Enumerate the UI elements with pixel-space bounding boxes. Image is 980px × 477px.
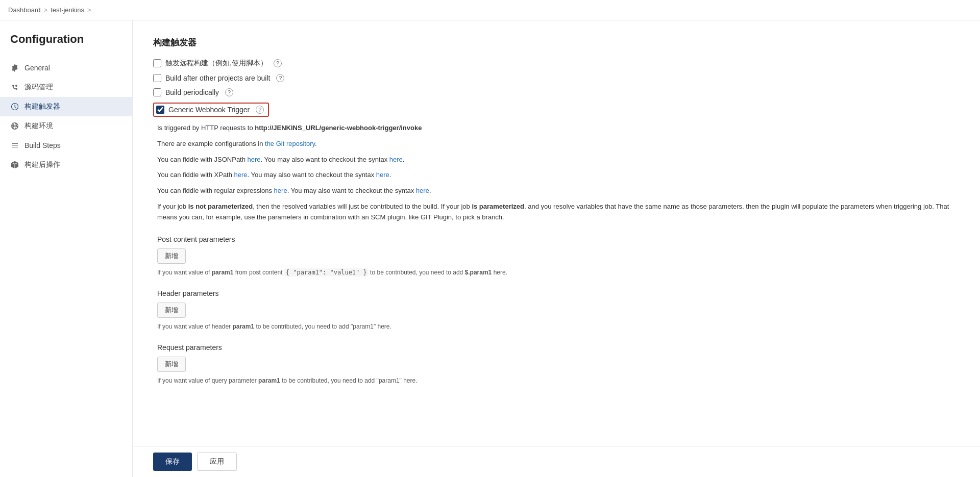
git-repo-link[interactable]: the Git repository: [265, 140, 315, 147]
list-icon: [10, 141, 19, 150]
trigger-after-help[interactable]: ?: [276, 74, 284, 82]
breadcrumb-project[interactable]: test-jenkins: [51, 6, 84, 14]
main-content: 构建触发器 触发远程构建（例如,使用脚本） ? Build after othe…: [133, 20, 980, 477]
trigger-webhook-help[interactable]: ?: [256, 106, 264, 114]
trigger-remote-help[interactable]: ?: [274, 59, 282, 67]
webhook-line1: Is triggered by HTTP requests to http://…: [157, 123, 960, 134]
trigger-after-label[interactable]: Build after other projects are built: [165, 74, 270, 82]
webhook-line4: You can fiddle with XPath here. You may …: [157, 170, 960, 181]
trigger-remote: 触发远程构建（例如,使用脚本） ?: [153, 59, 960, 68]
xpath-link1[interactable]: here: [234, 171, 248, 179]
trigger-periodic-label[interactable]: Build periodically: [165, 88, 219, 96]
header-params-title: Header parameters: [157, 289, 960, 297]
globe-icon: [10, 121, 19, 131]
webhook-content: Is triggered by HTTP requests to http://…: [153, 123, 960, 385]
breadcrumb-dashboard[interactable]: Dashboard: [8, 6, 41, 14]
box-icon: [10, 160, 19, 169]
post-content-code: { "param1": "value1" }: [284, 268, 369, 277]
sidebar-item-steps-label: Build Steps: [24, 141, 61, 149]
svg-point-1: [12, 85, 14, 87]
request-params-title: Request parameters: [157, 343, 960, 352]
post-content-title: Post content parameters: [157, 235, 960, 243]
sidebar-item-post[interactable]: 构建后操作: [0, 155, 132, 174]
trigger-after-checkbox[interactable]: [153, 74, 161, 82]
svg-point-2: [15, 85, 17, 87]
webhook-line2: There are example configurations in the …: [157, 139, 960, 149]
trigger-periodic-help[interactable]: ?: [225, 88, 233, 96]
topbar: Dashboard > test-jenkins >: [0, 0, 980, 20]
sidebar-item-post-label: 构建后操作: [24, 160, 60, 169]
sidebar-item-general[interactable]: General: [0, 58, 132, 78]
trigger-after-other: Build after other projects are built ?: [153, 74, 960, 82]
section-title: 构建触发器: [153, 37, 960, 48]
svg-point-0: [15, 88, 17, 90]
sidebar-item-triggers-label: 构建触发器: [24, 102, 60, 111]
sidebar-item-general-label: General: [24, 64, 50, 72]
gear-icon: [10, 63, 19, 72]
header-params-add-btn[interactable]: 新增: [157, 303, 186, 318]
breadcrumb-sep1: >: [44, 6, 48, 14]
trigger-remote-checkbox[interactable]: [153, 59, 161, 67]
sidebar-item-env[interactable]: 构建环境: [0, 116, 132, 136]
trigger-webhook-checkbox[interactable]: [156, 106, 164, 114]
sidebar-item-env-label: 构建环境: [24, 121, 53, 131]
xpath-link2[interactable]: here: [376, 171, 389, 179]
jsonpath-link1[interactable]: here: [248, 156, 261, 163]
trigger-webhook-row: Generic Webhook Trigger ?: [153, 103, 269, 117]
action-bar: 保存 应用: [133, 446, 980, 477]
regex-link2[interactable]: here: [416, 187, 429, 194]
sidebar-title: Configuration: [0, 33, 132, 58]
post-content-hint: If you want value of param1 from post co…: [157, 268, 960, 277]
request-params-hint: If you want value of query parameter par…: [157, 376, 960, 385]
sidebar-item-steps[interactable]: Build Steps: [0, 136, 132, 155]
sidebar: Configuration General 源码管理 构建触发器 构建环境: [0, 20, 133, 477]
jsonpath-link2[interactable]: here: [389, 156, 403, 163]
trigger-remote-label[interactable]: 触发远程构建（例如,使用脚本）: [165, 59, 267, 68]
post-content-add-btn[interactable]: 新增: [157, 248, 186, 264]
sidebar-item-source-label: 源码管理: [24, 83, 53, 92]
breadcrumb-sep2: >: [87, 6, 91, 14]
save-button[interactable]: 保存: [153, 453, 192, 471]
trigger-periodically: Build periodically ?: [153, 88, 960, 96]
webhook-line3: You can fiddle with JSONPath here. You m…: [157, 155, 960, 165]
regex-link1[interactable]: here: [274, 187, 287, 194]
webhook-long-para: If your job is not parameterized, then t…: [157, 202, 960, 223]
trigger-periodic-checkbox[interactable]: [153, 88, 161, 96]
clock-icon: [10, 102, 19, 111]
header-params-hint: If you want value of header param1 to be…: [157, 322, 960, 331]
apply-button[interactable]: 应用: [197, 453, 237, 471]
webhook-line5: You can fiddle with regular expressions …: [157, 186, 960, 196]
sidebar-item-triggers[interactable]: 构建触发器: [0, 97, 132, 116]
sidebar-item-source[interactable]: 源码管理: [0, 78, 132, 97]
trigger-webhook-label[interactable]: Generic Webhook Trigger: [168, 106, 250, 114]
webhook-invoke-url: http://JENKINS_URL/generic-webhook-trigg…: [255, 124, 422, 132]
request-params-add-btn[interactable]: 新增: [157, 357, 186, 372]
git-icon: [10, 83, 19, 92]
